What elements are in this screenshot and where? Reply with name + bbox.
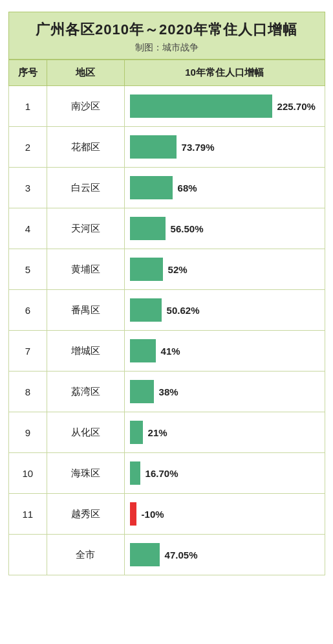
cell-area: 增城区 [47, 331, 124, 372]
bar-fill [130, 339, 156, 362]
bar-bg: 73.79% [130, 135, 325, 159]
cell-area: 番禺区 [47, 290, 124, 331]
main-title: 广州各区2010年～2020年常住人口增幅 [16, 20, 318, 39]
cell-num: 7 [8, 331, 47, 372]
bar-cell: 225.70% [125, 86, 325, 126]
bar-fill [130, 543, 160, 566]
cell-area: 花都区 [47, 127, 124, 168]
cell-bar: 225.70% [124, 86, 325, 127]
cell-bar: 41% [124, 331, 325, 372]
cell-num: 11 [8, 494, 47, 535]
bar-cell: 56.50% [125, 208, 325, 249]
cell-num: 10 [8, 453, 47, 494]
bar-cell: 41% [125, 331, 325, 371]
cell-area: 南沙区 [47, 86, 124, 127]
bar-bg: 225.70% [130, 94, 325, 118]
table-row: 4天河区 56.50% [8, 208, 325, 249]
bar-fill [130, 135, 177, 159]
bar-fill [130, 461, 140, 485]
cell-bar: 21% [124, 412, 325, 453]
cell-area: 海珠区 [47, 453, 124, 494]
bar-cell: 68% [125, 168, 325, 208]
cell-num [8, 535, 47, 575]
table-row: 7增城区 41% [8, 331, 325, 372]
cell-num: 4 [8, 208, 47, 249]
table-row: 全市 47.05% [8, 535, 325, 575]
cell-area: 越秀区 [47, 494, 124, 535]
cell-bar: 73.79% [124, 127, 325, 168]
header-num: 序号 [8, 60, 47, 86]
cell-area: 黄埔区 [47, 249, 124, 290]
bar-bg: 21% [130, 421, 325, 444]
table-row: 9从化区 21% [8, 412, 325, 453]
bar-label: 50.62% [167, 305, 200, 316]
bar-bg: 38% [130, 380, 325, 403]
bar-cell: 73.79% [125, 127, 325, 167]
bar-label: 47.05% [165, 550, 198, 561]
bar-bg: 16.70% [130, 461, 325, 485]
bar-label: 16.70% [145, 468, 178, 479]
header-area: 地区 [47, 60, 124, 86]
data-table: 序号 地区 10年常住人口增幅 1南沙区 225.70% 2花都区 73.79% [8, 60, 325, 575]
cell-num: 5 [8, 249, 47, 290]
bar-bg: 52% [130, 258, 325, 281]
cell-bar: 68% [124, 168, 325, 208]
bar-bg: 41% [130, 339, 325, 362]
cell-area: 全市 [47, 535, 124, 575]
cell-bar: -10% [124, 494, 325, 535]
bar-label: 73.79% [182, 142, 215, 153]
cell-area: 从化区 [47, 412, 124, 453]
cell-num: 8 [8, 372, 47, 412]
cell-area: 白云区 [47, 168, 124, 208]
table-row: 8荔湾区 38% [8, 372, 325, 412]
header-pct: 10年常住人口增幅 [124, 60, 325, 86]
table-row: 2花都区 73.79% [8, 127, 325, 168]
table-row: 5黄埔区 52% [8, 249, 325, 290]
bar-label: 68% [178, 183, 197, 194]
cell-bar: 47.05% [124, 535, 325, 575]
bar-label: 21% [148, 427, 167, 438]
bar-label: 56.50% [171, 223, 204, 234]
bar-fill [130, 421, 143, 444]
table-row: 10海珠区 16.70% [8, 453, 325, 494]
cell-area: 天河区 [47, 208, 124, 249]
sub-title: 制图：城市战争 [16, 42, 318, 54]
bar-neg-label: -10% [142, 509, 164, 520]
bar-cell: 52% [125, 249, 325, 289]
cell-num: 2 [8, 127, 47, 168]
cell-bar: 16.70% [124, 453, 325, 494]
bar-cell: 21% [125, 412, 325, 452]
bar-bg: 50.62% [130, 298, 325, 322]
bar-fill [130, 94, 272, 118]
bar-cell-neg: -10% [125, 494, 325, 534]
bar-cell: 47.05% [125, 535, 325, 575]
bar-fill [130, 380, 154, 403]
bar-fill [130, 258, 163, 281]
bar-label: 52% [168, 264, 188, 275]
bar-label: 225.70% [277, 101, 316, 112]
table-row: 3白云区 68% [8, 168, 325, 208]
bar-fill [130, 176, 173, 199]
cell-num: 9 [8, 412, 47, 453]
bar-neg-fill [130, 502, 136, 526]
cell-num: 3 [8, 168, 47, 208]
cell-bar: 56.50% [124, 208, 325, 249]
cell-bar: 50.62% [124, 290, 325, 331]
table-header-row: 序号 地区 10年常住人口增幅 [8, 60, 325, 86]
bar-bg: 68% [130, 176, 325, 199]
cell-bar: 38% [124, 372, 325, 412]
cell-num: 6 [8, 290, 47, 331]
bar-cell: 38% [125, 372, 325, 412]
cell-area: 荔湾区 [47, 372, 124, 412]
bar-cell: 16.70% [125, 453, 325, 493]
bar-label: 38% [159, 386, 178, 397]
cell-bar: 52% [124, 249, 325, 290]
table-row: 1南沙区 225.70% [8, 86, 325, 127]
title-box: 广州各区2010年～2020年常住人口增幅 制图：城市战争 [8, 12, 325, 60]
bar-bg: 56.50% [130, 217, 325, 240]
table-row: 6番禺区 50.62% [8, 290, 325, 331]
main-container: 广州各区2010年～2020年常住人口增幅 制图：城市战争 序号 地区 10年常… [8, 12, 325, 575]
bar-fill [130, 217, 166, 240]
bar-fill [130, 298, 162, 322]
bar-cell: 50.62% [125, 290, 325, 330]
